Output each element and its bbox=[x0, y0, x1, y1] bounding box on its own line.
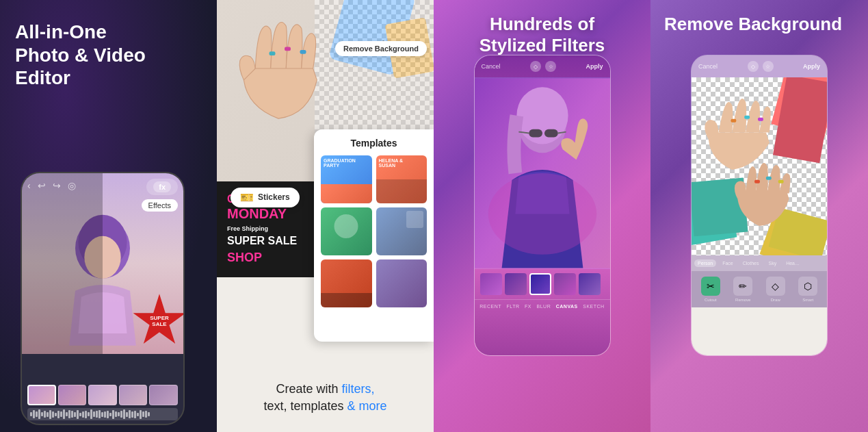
highlight-more: & more bbox=[347, 399, 387, 413]
audio-waveform bbox=[27, 408, 178, 420]
thumbnail-strip bbox=[27, 385, 178, 405]
panel4-image-area bbox=[692, 77, 827, 255]
panel3-apply[interactable]: Apply bbox=[586, 63, 603, 70]
panel4-diamond-icon[interactable]: ◇ bbox=[748, 61, 759, 72]
panel3-thumb[interactable] bbox=[505, 273, 527, 295]
panel3-topbar: Cancel ◇ ☆ Apply bbox=[475, 55, 610, 77]
waveform-bar bbox=[74, 412, 76, 417]
waveform-bar bbox=[38, 409, 40, 419]
star-icon[interactable]: ☆ bbox=[545, 61, 556, 72]
panel3-thumbnails bbox=[475, 269, 610, 299]
thumbnail-2[interactable] bbox=[58, 385, 87, 405]
waveform-bar bbox=[55, 413, 57, 416]
panel-remove-bg: Remove Background Cancel ◇ ☆ Apply bbox=[650, 0, 868, 432]
filter-fltr[interactable]: FLTR bbox=[507, 304, 520, 309]
waveform-bar bbox=[33, 410, 35, 418]
hand-icon bbox=[231, 7, 326, 130]
draw-icon[interactable]: ◇ bbox=[766, 277, 785, 296]
thumbnail-5[interactable] bbox=[149, 385, 178, 405]
waveform-bar bbox=[131, 411, 133, 418]
action-remove[interactable]: ✏ Remove bbox=[733, 277, 752, 302]
svg-rect-18 bbox=[744, 116, 750, 119]
filter-sketch[interactable]: SKETCH bbox=[583, 304, 604, 309]
thumbnail-1[interactable] bbox=[27, 385, 56, 405]
filter-fx[interactable]: FX bbox=[525, 304, 531, 309]
panel4-phone-inner: Cancel ◇ ☆ Apply bbox=[692, 55, 827, 355]
toolbar: fx bbox=[146, 179, 178, 195]
svg-rect-14 bbox=[773, 77, 827, 163]
waveform-bar bbox=[47, 412, 49, 417]
action-smart[interactable]: ⬡ Smart bbox=[798, 277, 817, 302]
panel1-nav-bar: ‹ ↩ ↪ ◎ bbox=[27, 180, 76, 191]
undo-icon: ↩ bbox=[38, 180, 46, 191]
waveform-bar bbox=[126, 412, 128, 417]
template-item[interactable]: GraduationParty bbox=[321, 155, 372, 203]
panel3-cancel[interactable]: Cancel bbox=[482, 63, 501, 70]
waveform-bar bbox=[49, 410, 51, 419]
waveform-bar bbox=[36, 411, 38, 417]
panel3-thumb-active[interactable] bbox=[529, 273, 551, 295]
panel3-thumb[interactable] bbox=[480, 273, 502, 295]
template-item[interactable] bbox=[321, 207, 372, 255]
waveform-bar bbox=[68, 410, 70, 418]
remove-icon[interactable]: ✏ bbox=[733, 277, 752, 296]
svg-rect-17 bbox=[731, 119, 736, 123]
panel4-title: Remove Background bbox=[664, 14, 842, 35]
template-item[interactable]: Helena &Susan bbox=[376, 155, 428, 203]
waveform-bar bbox=[101, 412, 103, 417]
template-item[interactable] bbox=[376, 207, 428, 255]
category-face[interactable]: Face bbox=[719, 259, 737, 267]
panel4-star-icon[interactable]: ☆ bbox=[763, 61, 774, 72]
category-sky[interactable]: Sky bbox=[765, 259, 780, 267]
monday-text: Monday bbox=[227, 206, 287, 222]
diamond-icon[interactable]: ◇ bbox=[530, 61, 541, 72]
cutout-icon[interactable]: ✂ bbox=[701, 277, 720, 296]
action-cutout[interactable]: ✂ Cutout bbox=[701, 277, 720, 302]
waveform-bar bbox=[109, 413, 111, 416]
waveform-bar bbox=[44, 411, 46, 418]
svg-rect-20 bbox=[754, 180, 760, 183]
panel3-icons: ◇ ☆ bbox=[530, 61, 556, 72]
panel2-bottom-text: Create with filters, text, templates & m… bbox=[217, 381, 434, 415]
template-label: Helena &Susan bbox=[379, 158, 404, 168]
action-draw[interactable]: ◇ Draw bbox=[766, 277, 785, 302]
category-person[interactable]: Person bbox=[694, 259, 716, 267]
remove-label: Remove bbox=[735, 298, 750, 302]
waveform-bar bbox=[77, 410, 79, 419]
panel4-apply[interactable]: Apply bbox=[803, 63, 820, 70]
waveform-bar bbox=[142, 411, 144, 417]
waveform-bar bbox=[118, 412, 120, 416]
category-clothes[interactable]: Clothes bbox=[739, 259, 763, 267]
fx-badge[interactable]: fx bbox=[153, 181, 171, 192]
remove-background-bubble: Remove Background bbox=[335, 41, 427, 56]
panel3-phone: Cancel ◇ ☆ Apply bbox=[474, 55, 611, 356]
template-item[interactable] bbox=[376, 259, 428, 307]
filter-recent[interactable]: RECENT bbox=[479, 304, 501, 309]
woman-silhouette bbox=[475, 77, 610, 269]
waveform-bar bbox=[104, 411, 106, 418]
bottom-main-text: Create with filters, bbox=[231, 381, 420, 398]
waveform-bar bbox=[107, 411, 109, 418]
waveform-bar bbox=[98, 410, 101, 418]
panel4-cancel[interactable]: Cancel bbox=[698, 63, 718, 70]
svg-point-8 bbox=[516, 87, 568, 144]
free-shipping-text: Free Shipping bbox=[227, 225, 268, 232]
smart-icon[interactable]: ⬡ bbox=[798, 277, 817, 296]
filter-canvas[interactable]: CANVAS bbox=[556, 304, 578, 309]
category-hair[interactable]: Hea… bbox=[782, 259, 803, 267]
thumbnail-3[interactable] bbox=[88, 385, 117, 405]
thumbnail-4[interactable] bbox=[119, 385, 148, 405]
waveform-bar bbox=[88, 412, 90, 416]
waveform-bar bbox=[41, 412, 43, 416]
waveform-bar bbox=[85, 411, 87, 418]
svg-rect-4 bbox=[285, 47, 291, 51]
waveform-bar bbox=[129, 410, 131, 418]
template-item[interactable] bbox=[321, 259, 372, 307]
svg-rect-10 bbox=[544, 129, 557, 138]
filter-blur[interactable]: BLUR bbox=[537, 304, 551, 309]
template-label: GraduationParty bbox=[324, 158, 356, 168]
waveform-bar bbox=[140, 410, 142, 419]
panel3-thumb[interactable] bbox=[554, 273, 576, 295]
panel3-thumb[interactable] bbox=[579, 273, 601, 295]
panel3-title: Hundreds of Stylized Filters bbox=[434, 14, 650, 56]
